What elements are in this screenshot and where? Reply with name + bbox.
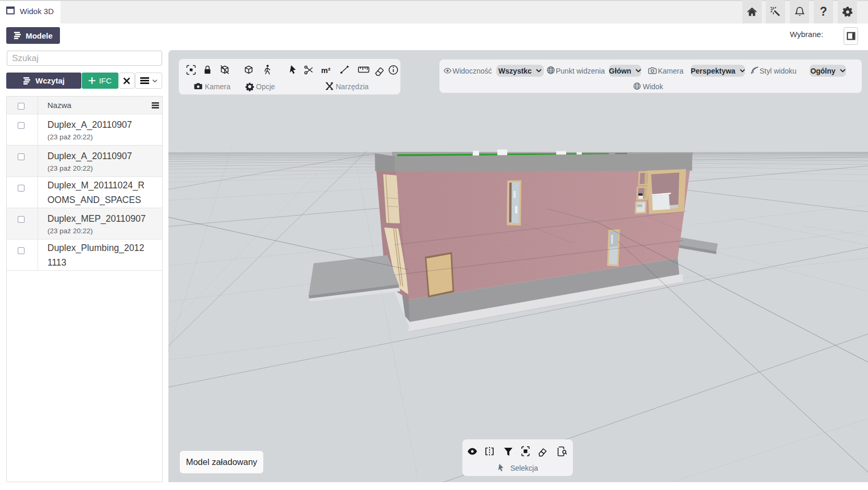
svg-text:Opcje: Opcje [256,82,275,91]
svg-text:Selekcja: Selekcja [510,464,538,472]
svg-text:m²: m² [321,66,331,75]
svg-text:Kamera: Kamera [205,82,230,91]
svg-text:Narzędzia: Narzędzia [336,82,369,91]
